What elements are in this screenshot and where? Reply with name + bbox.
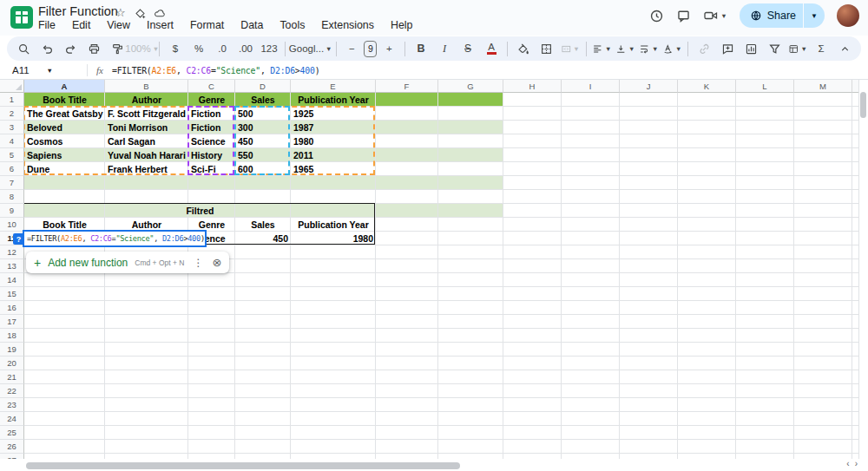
row-header-4[interactable]: 4 <box>0 134 24 148</box>
bold-button[interactable]: B <box>410 38 432 59</box>
videocall-caret-icon[interactable]: ▼ <box>720 12 727 20</box>
close-icon[interactable]: ⊗ <box>212 256 221 269</box>
cell-A2[interactable]: The Great Gatsby <box>24 107 105 121</box>
column-header-F[interactable]: F <box>376 80 438 93</box>
text-wrap-button[interactable]: ▼ <box>637 38 660 59</box>
cell-E6[interactable]: 1965 <box>291 162 376 176</box>
row-header-25[interactable]: 25 <box>0 426 24 440</box>
row-header-8[interactable]: 8 <box>0 190 24 204</box>
column-header-K[interactable]: K <box>678 80 736 93</box>
row-header-13[interactable]: 13 <box>0 259 24 273</box>
column-header-M[interactable]: M <box>794 80 852 93</box>
menu-format[interactable]: Format <box>188 18 226 32</box>
functions-button[interactable]: Σ <box>810 38 832 59</box>
menu-insert[interactable]: Insert <box>145 18 175 32</box>
select-all-corner[interactable] <box>0 80 24 93</box>
cell-C4[interactable]: Science <box>188 134 235 148</box>
sheets-logo[interactable] <box>10 6 33 29</box>
cell-B1[interactable]: Author <box>105 93 188 107</box>
cell-A1[interactable]: Book Title <box>24 93 105 107</box>
format-percent-button[interactable]: % <box>187 38 210 59</box>
row-header-19[interactable]: 19 <box>0 343 24 357</box>
kebab-menu-icon[interactable]: ⋮ <box>191 257 205 269</box>
vertical-scrollbar[interactable] <box>858 80 868 459</box>
cell-E11[interactable]: 1980 <box>291 232 376 245</box>
row-header-1[interactable]: 1 <box>0 93 24 107</box>
row-header-21[interactable]: 21 <box>0 370 24 384</box>
increase-decimals-button[interactable]: .00 <box>234 38 257 59</box>
filter-views-button[interactable]: ▼ <box>786 38 809 59</box>
text-rotation-button[interactable]: ▼ <box>661 38 683 59</box>
row-header-18[interactable]: 18 <box>0 329 24 343</box>
cell-D10[interactable]: Sales <box>235 218 291 232</box>
cell-D2[interactable]: 500 <box>235 107 291 121</box>
share-button-main[interactable]: Share <box>740 10 803 22</box>
cell-B3[interactable]: Toni Morrison <box>105 121 188 134</box>
cell-C3[interactable]: Fiction <box>188 121 235 134</box>
font-selector[interactable]: Googl...▼ <box>290 38 332 59</box>
column-header-B[interactable]: B <box>105 80 188 93</box>
insert-chart-button[interactable] <box>740 38 762 59</box>
vertical-align-button[interactable]: ▼ <box>614 38 636 59</box>
create-filter-button[interactable] <box>763 38 786 59</box>
cell-C1[interactable]: Genre <box>188 93 235 107</box>
vertical-scrollbar-thumb[interactable] <box>860 92 866 118</box>
font-size-input[interactable]: 9 <box>364 41 377 57</box>
share-button[interactable]: Share ▼ <box>740 3 825 28</box>
row-header-6[interactable]: 6 <box>0 162 24 176</box>
cell-B4[interactable]: Carl Sagan <box>105 134 188 148</box>
insert-comment-button[interactable] <box>716 38 739 59</box>
fill-color-button[interactable] <box>512 38 535 59</box>
scroll-arrows[interactable]: ‹› <box>846 459 863 468</box>
column-header-J[interactable]: J <box>620 80 678 93</box>
italic-button[interactable]: I <box>433 38 456 59</box>
row-header-23[interactable]: 23 <box>0 398 24 412</box>
row-header-5[interactable]: 5 <box>0 148 24 162</box>
history-icon[interactable] <box>649 9 664 23</box>
column-header-A[interactable]: A <box>24 80 105 93</box>
column-header-L[interactable]: L <box>736 80 794 93</box>
row-header-7[interactable]: 7 <box>0 176 24 190</box>
merge-cells-button[interactable]: ▼ <box>559 38 582 59</box>
more-formats-button[interactable]: 123 <box>258 38 280 59</box>
menu-tools[interactable]: Tools <box>278 18 306 32</box>
cell-A6[interactable]: Dune <box>24 162 105 176</box>
cell-E5[interactable]: 2011 <box>291 148 376 162</box>
cell-A5[interactable]: Sapiens <box>24 148 105 162</box>
name-box-caret-icon[interactable]: ▼ <box>47 67 53 75</box>
share-caret-icon[interactable]: ▼ <box>804 12 825 20</box>
print-button[interactable] <box>82 38 105 59</box>
borders-button[interactable] <box>536 38 558 59</box>
document-title[interactable]: Filter Function <box>38 4 118 18</box>
toolbar-collapse-button[interactable] <box>833 38 856 59</box>
row-header-22[interactable]: 22 <box>0 384 24 398</box>
cell-C5[interactable]: History <box>188 148 235 162</box>
formula-input[interactable]: =FILTER(A2:E6, C2:C6="Science", D2:D6>40… <box>112 66 319 75</box>
row-header-17[interactable]: 17 <box>0 315 24 329</box>
cell-D3[interactable]: 300 <box>235 121 291 134</box>
cell-E2[interactable]: 1925 <box>291 107 376 121</box>
row-header-16[interactable]: 16 <box>0 301 24 315</box>
decrease-font-size-button[interactable]: − <box>340 38 363 59</box>
comments-icon[interactable] <box>676 9 691 23</box>
row-header-15[interactable]: 15 <box>0 287 24 301</box>
cell-A3[interactable]: Beloved <box>24 121 105 134</box>
redo-button[interactable] <box>59 38 82 59</box>
cell-D1[interactable]: Sales <box>235 93 291 107</box>
column-header-E[interactable]: E <box>291 80 376 93</box>
row-header-3[interactable]: 3 <box>0 121 24 134</box>
menu-edit[interactable]: Edit <box>70 18 92 32</box>
menu-data[interactable]: Data <box>239 18 265 32</box>
menu-view[interactable]: View <box>105 18 132 32</box>
column-header-G[interactable]: G <box>438 80 503 93</box>
undo-button[interactable] <box>36 38 58 59</box>
horizontal-scrollbar-thumb[interactable] <box>26 462 460 469</box>
row-header-2[interactable]: 2 <box>0 107 24 121</box>
cell-B5[interactable]: Yuval Noah Harari <box>105 148 188 162</box>
cell-D5[interactable]: 550 <box>235 148 291 162</box>
row-header-12[interactable]: 12 <box>0 245 24 259</box>
videocall-icon[interactable]: ▼ <box>703 9 727 23</box>
decrease-decimals-button[interactable]: .0 <box>211 38 233 59</box>
insert-link-button[interactable] <box>693 38 715 59</box>
cell-B2[interactable]: F. Scott Fitzgerald <box>105 107 188 121</box>
